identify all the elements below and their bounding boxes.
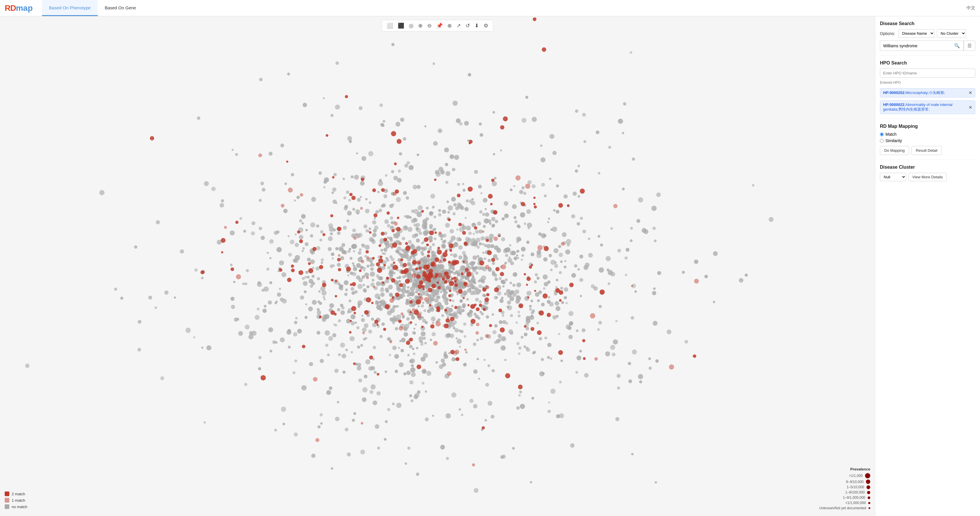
toolbar-select-icon[interactable]: ⬜ [385, 22, 394, 29]
toolbar-pin-icon[interactable]: 📌 [435, 22, 444, 29]
svg-point-1637 [383, 194, 387, 198]
cluster-select[interactable]: Null [880, 173, 906, 181]
no-cluster-select[interactable]: No Cluster [937, 29, 966, 38]
result-detail-button[interactable]: Result Detail [912, 146, 942, 155]
toolbar-export-icon[interactable]: ↗ [455, 22, 462, 29]
scatter-plot[interactable]: // Generate scatter plot dots (function(… [0, 16, 875, 516]
radio-match-label[interactable]: Match [880, 132, 975, 137]
svg-point-347 [302, 250, 304, 252]
logo-rd: RD [5, 3, 16, 13]
svg-point-232 [597, 328, 600, 331]
svg-point-1610 [409, 216, 412, 218]
toolbar-settings-icon[interactable]: ⚙ [482, 22, 489, 29]
hpo-search-input[interactable] [880, 68, 975, 78]
radio-match[interactable] [880, 132, 884, 136]
disease-search-input[interactable] [880, 41, 951, 51]
svg-point-406 [360, 196, 362, 198]
svg-point-1293 [466, 226, 471, 231]
svg-point-2016 [442, 252, 448, 257]
svg-point-2073 [529, 266, 532, 269]
svg-point-2102 [418, 293, 420, 295]
prev-dot-0 [865, 473, 870, 478]
svg-point-1241 [537, 299, 540, 302]
svg-point-2164 [200, 270, 205, 274]
svg-point-2097 [412, 260, 417, 265]
tab-phenotype[interactable]: Based On Phenotype [42, 0, 98, 16]
svg-point-1630 [335, 247, 339, 250]
prev-label-3: 1–9/100,000 [845, 491, 865, 494]
prev-dot-4 [868, 497, 870, 499]
prev-item-2: 1–5/10,000 [846, 485, 870, 489]
logo: RD map [5, 3, 33, 13]
svg-point-656 [320, 230, 323, 234]
svg-point-752 [517, 311, 520, 314]
svg-point-1111 [350, 175, 354, 178]
radio-similarity-label[interactable]: Similarity [880, 139, 975, 143]
svg-point-941 [445, 301, 449, 305]
svg-point-1949 [472, 463, 475, 467]
svg-point-199 [387, 224, 390, 228]
svg-point-439 [290, 240, 294, 244]
svg-point-1700 [437, 296, 441, 299]
svg-point-1999 [441, 276, 445, 280]
svg-point-1411 [445, 171, 450, 176]
svg-point-166 [516, 250, 519, 253]
svg-point-2150 [438, 286, 441, 289]
svg-point-1784 [453, 101, 458, 106]
toolbar-zoom-out-icon[interactable]: ⊖ [426, 22, 433, 29]
svg-point-1478 [407, 294, 409, 297]
svg-point-1936 [291, 264, 294, 268]
svg-point-1170 [201, 347, 204, 349]
svg-point-182 [251, 221, 255, 225]
svg-point-1427 [516, 322, 518, 324]
svg-point-477 [568, 311, 573, 316]
svg-point-2173 [369, 231, 372, 234]
toolbar-box-icon[interactable]: ⬛ [397, 22, 406, 29]
svg-point-657 [448, 352, 450, 354]
disease-name-select[interactable]: Disease Name [898, 29, 934, 38]
disease-cluster-title: Disease Cluster [880, 165, 975, 170]
toolbar-download-icon[interactable]: ⬇ [473, 22, 480, 29]
disease-search-button[interactable]: 🔍 [951, 41, 964, 51]
toolbar-zoom-in-icon[interactable]: ⊕ [417, 22, 424, 29]
svg-point-1996 [525, 183, 530, 189]
svg-point-1685 [335, 202, 337, 204]
svg-point-473 [268, 300, 272, 304]
svg-point-548 [361, 318, 365, 322]
svg-point-566 [382, 323, 385, 326]
toolbar-clear-icon[interactable]: ⊗ [446, 22, 453, 29]
svg-point-1738 [473, 404, 477, 408]
svg-point-1707 [356, 366, 361, 371]
svg-point-1548 [607, 269, 610, 271]
disease-list-button[interactable]: ☰ [964, 41, 975, 51]
svg-point-538 [649, 366, 652, 370]
svg-point-1586 [407, 354, 410, 356]
svg-point-980 [351, 351, 353, 354]
svg-point-2061 [350, 283, 353, 286]
svg-point-274 [638, 374, 643, 379]
tab-gene[interactable]: Based On Gene [98, 0, 143, 16]
svg-point-788 [401, 338, 406, 342]
toolbar-lasso-icon[interactable]: ◎ [408, 22, 415, 29]
svg-point-203 [434, 216, 436, 218]
svg-point-449 [555, 286, 557, 288]
svg-point-1853 [536, 250, 541, 255]
view-more-button[interactable]: View More Details [908, 173, 947, 181]
hpo-tag-0-close[interactable]: ✕ [969, 91, 972, 95]
svg-point-1912 [288, 188, 293, 193]
lang-switcher[interactable]: 中文 [967, 5, 975, 11]
svg-point-1339 [625, 256, 628, 260]
svg-point-1121 [431, 317, 436, 321]
svg-point-1256 [331, 191, 334, 194]
do-mapping-button[interactable]: Do Mapping [880, 146, 909, 155]
radio-similarity[interactable] [880, 139, 884, 143]
svg-point-2177 [383, 328, 387, 331]
svg-point-1984 [567, 204, 570, 207]
svg-point-741 [667, 330, 671, 334]
svg-point-1776 [510, 290, 514, 295]
toolbar-refresh-icon[interactable]: ↺ [464, 22, 471, 29]
hpo-tag-1-close[interactable]: ✕ [969, 105, 972, 110]
svg-point-1358 [536, 277, 539, 280]
logo-map: map [16, 3, 33, 13]
svg-point-2130 [427, 270, 429, 272]
